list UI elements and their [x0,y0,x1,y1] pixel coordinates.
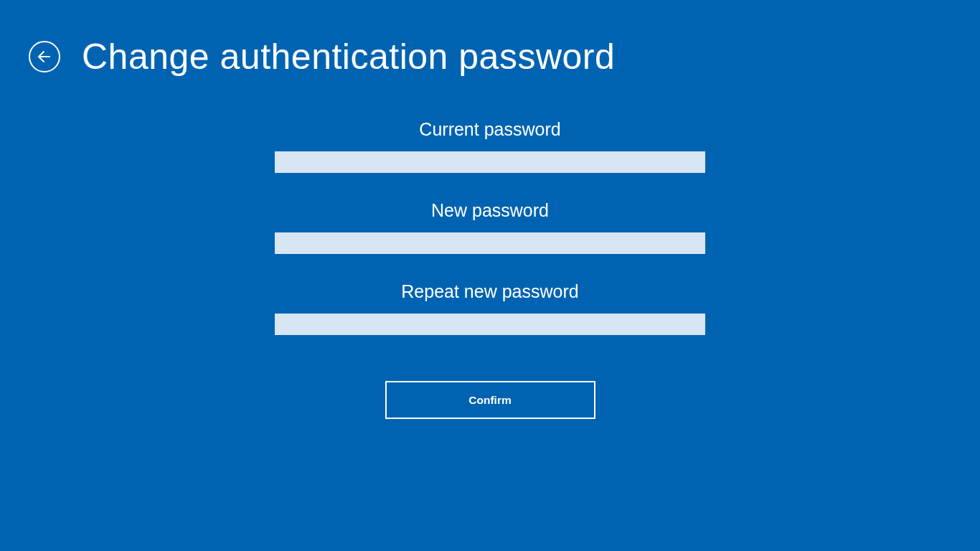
current-password-label: Current password [419,119,560,140]
repeat-password-input[interactable] [275,314,705,335]
header: Change authentication password [0,0,980,77]
confirm-button[interactable]: Confirm [385,381,595,419]
repeat-password-group: Repeat new password [275,281,705,335]
arrow-left-icon [36,48,53,65]
new-password-group: New password [275,200,705,254]
password-form: Current password New password Repeat new… [0,119,980,419]
current-password-group: Current password [275,119,705,173]
page-title: Change authentication password [82,36,615,77]
new-password-label: New password [431,200,549,221]
repeat-password-label: Repeat new password [401,281,578,302]
current-password-input[interactable] [275,151,705,173]
new-password-input[interactable] [275,232,705,254]
back-button[interactable] [29,41,60,72]
